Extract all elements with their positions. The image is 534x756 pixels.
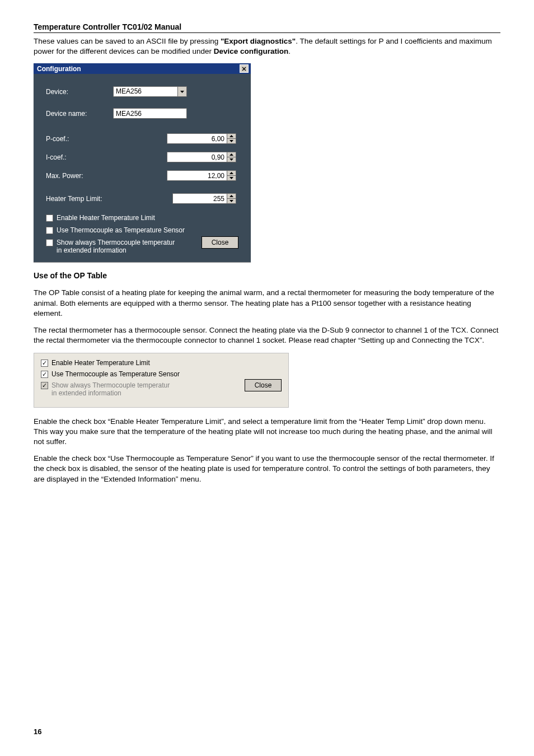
icoef-value[interactable]	[167, 152, 227, 162]
heater-value[interactable]	[172, 193, 227, 204]
section-heading: Use of the OP Table	[34, 271, 500, 280]
icoef-label: I-coef.:	[46, 153, 113, 161]
icoef-spinner[interactable]	[167, 152, 238, 162]
page-number: 16	[34, 727, 41, 736]
op-table-paragraph-1: The OP Table consist of a heating plate …	[34, 288, 500, 319]
close-button[interactable]: Close	[245, 379, 282, 391]
close-icon[interactable]	[240, 64, 249, 73]
divider	[34, 32, 500, 33]
after-paragraph-1: Enable the check box “Enable Heater Temp…	[34, 417, 500, 447]
show-always-label: Show always Thermocouple temperaturin ex…	[57, 239, 175, 254]
pcoef-value[interactable]	[167, 133, 227, 144]
spinner-down-icon[interactable]	[227, 157, 236, 162]
pcoef-spinner[interactable]	[167, 133, 238, 144]
intro-text-3: .	[288, 47, 291, 55]
small-dialog: Enable Heater Temperature Limit Use Ther…	[34, 353, 289, 408]
maxpower-label: Max. Power:	[46, 172, 113, 180]
show-always-label: Show always Thermocouple temperaturin ex…	[51, 381, 170, 397]
heater-label: Heater Temp Limit:	[46, 195, 119, 203]
use-thermocouple-checkbox[interactable]	[41, 371, 48, 378]
doc-title: Temperature Controller TC01/02 Manual	[34, 22, 500, 31]
use-thermocouple-checkbox[interactable]	[46, 227, 53, 234]
heater-spinner[interactable]	[172, 193, 238, 204]
spinner-up-icon[interactable]	[227, 152, 236, 157]
after-paragraph-2: Enable the check box “Use Thermocouple a…	[34, 454, 500, 484]
enable-heater-checkbox[interactable]	[46, 214, 53, 222]
device-name-input[interactable]	[113, 108, 187, 119]
titlebar: Configuration	[34, 63, 251, 74]
show-always-checkbox[interactable]	[46, 239, 53, 246]
maxpower-value[interactable]	[167, 170, 227, 181]
enable-heater-label: Enable Heater Temperature Limit	[51, 359, 150, 367]
spinner-up-icon[interactable]	[227, 170, 236, 175]
spinner-up-icon[interactable]	[227, 133, 236, 138]
spinner-down-icon[interactable]	[227, 175, 236, 181]
enable-heater-label: Enable Heater Temperature Limit	[57, 214, 155, 222]
pcoef-label: P-coef.:	[46, 135, 113, 143]
show-always-checkbox	[41, 382, 48, 389]
close-button[interactable]: Close	[202, 236, 238, 249]
op-table-paragraph-2: The rectal thermometer has a thermocoupl…	[34, 325, 500, 346]
device-name-label: Device name:	[46, 110, 113, 118]
device-value: MEA256	[113, 86, 178, 97]
device-combobox[interactable]: MEA256	[113, 86, 187, 97]
use-thermocouple-label: Use Thermocouple as Temperature Sensor	[51, 370, 180, 378]
maxpower-spinner[interactable]	[167, 170, 238, 181]
device-label: Device:	[46, 88, 113, 96]
configuration-dialog: Configuration Device: MEA256 Device name…	[34, 63, 251, 262]
dropdown-icon[interactable]	[178, 86, 187, 97]
titlebar-text: Configuration	[37, 65, 81, 73]
intro-paragraph: These values can be saved to an ASCII fi…	[34, 36, 500, 57]
enable-heater-checkbox[interactable]	[41, 360, 48, 367]
intro-text-1: These values can be saved to an ASCII fi…	[34, 37, 221, 45]
spinner-up-icon[interactable]	[227, 193, 236, 198]
intro-bold-2: Device configuration	[214, 47, 289, 55]
use-thermocouple-label: Use Thermocouple as Temperature Sensor	[57, 226, 185, 234]
spinner-down-icon[interactable]	[227, 198, 236, 204]
intro-bold-1: "Export diagnostics"	[221, 37, 296, 45]
spinner-down-icon[interactable]	[227, 138, 236, 144]
